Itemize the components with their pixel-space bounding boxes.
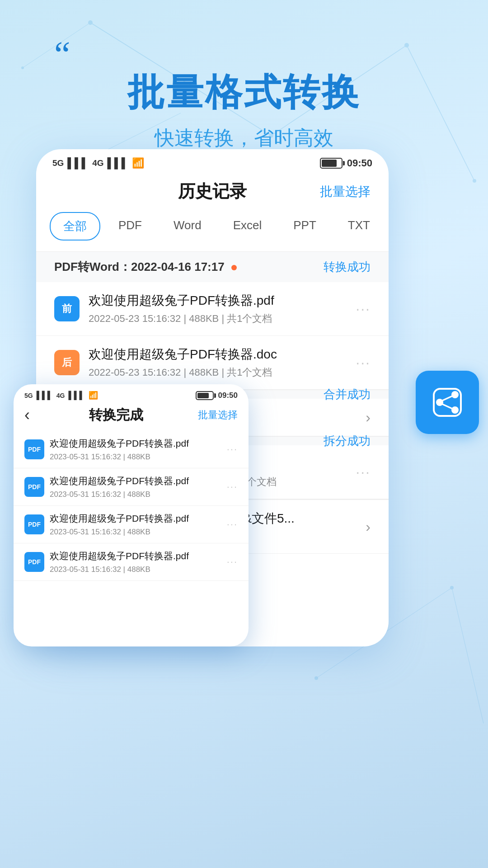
main-status-bar: 5G ▌▌▌ 4G ▌▌▌ 📶 09:50 <box>36 149 389 173</box>
sec-file-4[interactable]: PDF 欢迎使用超级兔子PDF转换器.pdf 2023-05-31 15:16:… <box>14 543 249 581</box>
sec-file-name-1: 欢迎使用超级兔子PDF转换器.pdf <box>50 437 221 450</box>
file-info-after: 欢迎使用超级兔子PDF转换器.doc 2022-05-23 15:16:32 |… <box>89 346 347 379</box>
tab-word[interactable]: Word <box>160 212 215 241</box>
secondary-header: ‹ 转换完成 批量选择 <box>14 402 249 431</box>
bottom-arrow-icon: › <box>366 519 371 535</box>
secondary-phone-mockup: 5G ▌▌▌ 4G ▌▌▌ 📶 09:50 ‹ 转换完成 批量选择 PDF 欢迎… <box>14 384 249 646</box>
tab-txt[interactable]: TXT <box>334 212 384 241</box>
sec-file-2[interactable]: PDF 欢迎使用超级兔子PDF转换器.pdf 2023-05-31 15:16:… <box>14 468 249 506</box>
main-app-header: 历史记录 批量选择 <box>36 173 389 212</box>
back-button[interactable]: ‹ <box>24 406 30 425</box>
hero-title: 批量格式转换 <box>0 68 488 118</box>
time-display: 09:50 <box>347 157 372 169</box>
filter-tabs: 全部 PDF Word Excel PPT TXT 图片 <box>36 212 389 251</box>
sec-file-3[interactable]: PDF 欢迎使用超级兔子PDF转换器.pdf 2023-05-31 15:16:… <box>14 506 249 543</box>
svg-point-14 <box>450 586 454 590</box>
section-header: PDF转Word：2022-04-16 17:17 转换成功 <box>36 251 389 282</box>
sec-pdf-icon-3: PDF <box>24 514 44 534</box>
tab-all[interactable]: 全部 <box>50 212 100 241</box>
quote-icon: “ <box>0 36 488 72</box>
file-meta-after: 2022-05-23 15:16:32 | 488KB | 共1个文档 <box>89 366 347 379</box>
sec-pdf-icon-4: PDF <box>24 552 44 572</box>
section-status: 转换成功 <box>324 259 371 275</box>
svg-point-17 <box>451 406 459 414</box>
battery-icon <box>320 158 343 169</box>
sec-pdf-icon-1: PDF <box>24 439 44 459</box>
hero-section: “ 批量格式转换 快速转换，省时高效 <box>0 0 488 174</box>
sec-file-meta-4: 2023-05-31 15:16:32 | 488KB <box>50 565 221 574</box>
share-float-button[interactable] <box>416 371 479 434</box>
sec-file-name-2: 欢迎使用超级兔子PDF转换器.pdf <box>50 475 221 487</box>
main-app-title: 历史记录 <box>178 180 247 203</box>
svg-point-16 <box>451 391 459 398</box>
sec-file-1[interactable]: PDF 欢迎使用超级兔子PDF转换器.pdf 2023-05-31 15:16:… <box>14 431 249 468</box>
section-badge-dot <box>231 265 237 270</box>
arrow-right-icon: › <box>366 409 371 426</box>
file-badge-before: 前 <box>54 296 80 321</box>
svg-point-8 <box>473 179 476 183</box>
sec-pdf-icon-2: PDF <box>24 477 44 497</box>
svg-point-13 <box>314 676 318 680</box>
wifi-icon: 📶 <box>132 157 144 169</box>
svg-line-20 <box>442 404 452 409</box>
converter-file-menu[interactable]: ··· <box>356 464 371 481</box>
share-icon <box>432 387 463 418</box>
sec-file-menu-4[interactable]: ··· <box>227 556 238 568</box>
section-title: PDF转Word：2022-04-16 17:17 <box>54 260 225 274</box>
sec-time-display: 09:50 <box>218 391 238 400</box>
sec-file-name-4: 欢迎使用超级兔子PDF转换器.pdf <box>50 550 221 562</box>
tab-image[interactable]: 图片 <box>388 212 389 241</box>
sec-file-menu-3[interactable]: ··· <box>227 519 238 530</box>
secondary-title: 转换完成 <box>34 406 198 425</box>
file-menu-before[interactable]: ··· <box>356 301 371 317</box>
file-info-before: 欢迎使用超级兔子PDF转换器.pdf 2022-05-23 15:16:32 |… <box>89 292 347 326</box>
sec-file-info-1: 欢迎使用超级兔子PDF转换器.pdf 2023-05-31 15:16:32 |… <box>50 437 221 462</box>
status-signals: 5G ▌▌▌ 4G ▌▌▌ 📶 <box>52 157 144 169</box>
sec-status-signals: 5G ▌▌▌ 4G ▌▌▌ 📶 <box>24 391 98 400</box>
tab-excel[interactable]: Excel <box>220 212 276 241</box>
svg-line-19 <box>442 396 452 401</box>
sec-battery-icon <box>196 391 214 400</box>
signal-bars-2: ▌▌▌ <box>107 157 128 169</box>
sec-file-meta-2: 2023-05-31 15:16:32 | 488KB <box>50 490 221 499</box>
tab-pdf[interactable]: PDF <box>105 212 155 241</box>
sec-file-menu-1[interactable]: ··· <box>227 443 238 455</box>
hero-subtitle: 快速转换，省时高效 <box>0 125 488 151</box>
batch-select-btn[interactable]: 批量选择 <box>320 183 371 200</box>
sec-file-meta-3: 2023-05-31 15:16:32 | 488KB <box>50 528 221 537</box>
file-name-after: 欢迎使用超级兔子PDF转换器.doc <box>89 346 347 363</box>
secondary-batch-btn[interactable]: 批量选择 <box>198 408 238 422</box>
signal-bars-1: ▌▌▌ <box>67 157 89 169</box>
signal-4g: 4G <box>92 158 103 168</box>
sec-file-info-2: 欢迎使用超级兔子PDF转换器.pdf 2023-05-31 15:16:32 |… <box>50 475 221 499</box>
split-success-label: 拆分成功 <box>324 433 371 449</box>
file-name-before: 欢迎使用超级兔子PDF转换器.pdf <box>89 292 347 309</box>
sec-file-name-3: 欢迎使用超级兔子PDF转换器.pdf <box>50 512 221 525</box>
svg-line-12 <box>452 588 483 723</box>
tab-ppt[interactable]: PPT <box>280 212 330 241</box>
sec-status-right: 09:50 <box>196 391 238 400</box>
file-badge-after: 后 <box>54 350 80 375</box>
merge-success-label: 合并成功 <box>324 387 371 402</box>
sec-file-info-3: 欢迎使用超级兔子PDF转换器.pdf 2023-05-31 15:16:32 |… <box>50 512 221 537</box>
sec-file-menu-2[interactable]: ··· <box>227 481 238 493</box>
secondary-status-bar: 5G ▌▌▌ 4G ▌▌▌ 📶 09:50 <box>14 384 249 402</box>
file-item-before[interactable]: 前 欢迎使用超级兔子PDF转换器.pdf 2022-05-23 15:16:32… <box>36 282 389 336</box>
sec-file-info-4: 欢迎使用超级兔子PDF转换器.pdf 2023-05-31 15:16:32 |… <box>50 550 221 574</box>
file-meta-before: 2022-05-23 15:16:32 | 488KB | 共1个文档 <box>89 312 347 326</box>
signal-5g: 5G <box>52 158 64 168</box>
status-right: 09:50 <box>320 157 372 169</box>
file-item-after[interactable]: 后 欢迎使用超级兔子PDF转换器.doc 2022-05-23 15:16:32… <box>36 336 389 390</box>
file-menu-after[interactable]: ··· <box>356 354 371 371</box>
sec-file-meta-1: 2023-05-31 15:16:32 | 488KB <box>50 453 221 462</box>
